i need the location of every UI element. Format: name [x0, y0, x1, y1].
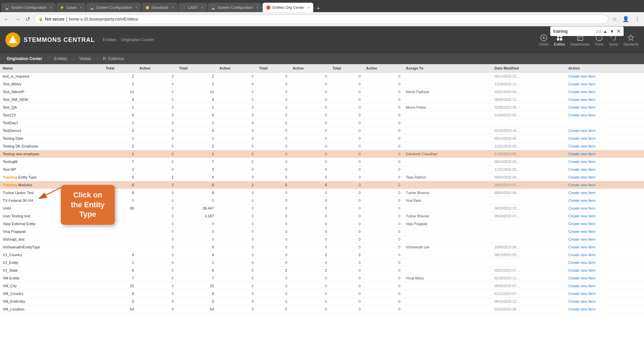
- action-cell[interactable]: Create new Item: [566, 298, 644, 305]
- action-cell[interactable]: Create new Item: [566, 96, 644, 104]
- table-row[interactable]: VM_EntEntity5050000008/16/2018 12:...Cre…: [0, 298, 644, 305]
- menu-button[interactable]: ⋮: [633, 15, 641, 24]
- action-cell[interactable]: Create new Item: [566, 104, 644, 111]
- entity-name-cell[interactable]: Test_Mistry: [0, 80, 103, 88]
- table-row[interactable]: Test1239090000001/09/2019 03:...Create n…: [0, 111, 644, 119]
- action-cell[interactable]: Create new Item: [566, 251, 644, 259]
- new-tab-button[interactable]: +: [314, 5, 323, 12]
- table-row[interactable]: TestDay100000000: [0, 119, 644, 127]
- action-cell[interactable]: [566, 119, 644, 127]
- tab-close-6[interactable]: ✕: [256, 6, 259, 9]
- table-row[interactable]: Viraj Prajapati0000000Create new Item: [0, 228, 644, 236]
- tab-close-5[interactable]: ✕: [201, 6, 204, 9]
- entity-name-cell[interactable]: Viraj Prajapati: [0, 228, 103, 236]
- action-cell[interactable]: Create new Item: [566, 189, 644, 197]
- action-cell[interactable]: Create new Item: [566, 212, 644, 220]
- table-row[interactable]: Testing Date1010000009/14/2018 06:...Cre…: [0, 135, 644, 142]
- table-row[interactable]: Test_Mistry2020000011/29/2018 11:...Crea…: [0, 80, 644, 88]
- tab-close-7[interactable]: ✕: [307, 6, 310, 9]
- search-close-button[interactable]: ✕: [616, 28, 621, 34]
- action-cell[interactable]: Create new Item: [566, 220, 644, 228]
- entity-name-cell[interactable]: test_is_required: [0, 73, 103, 80]
- tab-close-1[interactable]: ✕: [50, 6, 52, 9]
- entity-name-cell[interactable]: Test123: [0, 111, 103, 119]
- table-row[interactable]: TestingM7070000008/23/2018 09:...Create …: [0, 158, 644, 166]
- action-cell[interactable]: Create new Item: [566, 166, 644, 173]
- reload-button[interactable]: ↺: [24, 15, 31, 24]
- action-cell[interactable]: Create new Item: [566, 181, 644, 189]
- table-row[interactable]: VishwanathIEntityType0900000Vishwanath I…: [0, 243, 644, 251]
- nav-standards[interactable]: Standards: [623, 34, 639, 46]
- search-input[interactable]: [553, 29, 594, 34]
- entity-name-cell[interactable]: Test_QA: [0, 104, 103, 111]
- entity-name-cell[interactable]: TestDemo1: [0, 127, 103, 135]
- profile-button[interactable]: 👤: [621, 15, 630, 24]
- sub-nav-r-externos[interactable]: R. Externos: [102, 56, 126, 61]
- action-cell[interactable]: Create new Item: [566, 197, 644, 205]
- table-row[interactable]: Vishvajit_test0000000Create new Item: [0, 236, 644, 243]
- action-cell[interactable]: Create new Item: [566, 274, 644, 282]
- action-cell[interactable]: Create new Item: [566, 228, 644, 236]
- entity-name-cell[interactable]: VM Entitie: [0, 274, 103, 282]
- tab-close-2[interactable]: ✕: [80, 6, 82, 9]
- breadcrumb-entities[interactable]: Entities: [103, 37, 116, 42]
- action-cell[interactable]: Create new Item: [566, 135, 644, 142]
- entity-name-cell[interactable]: TestDay1: [0, 119, 103, 127]
- action-cell[interactable]: Create new Item: [566, 282, 644, 290]
- action-cell[interactable]: Create new Item: [566, 142, 644, 150]
- table-row[interactable]: VM_Country9090000001/11/2019 07:...Creat…: [0, 290, 644, 298]
- tab-cast[interactable]: ✖️ CAST ✕: [178, 3, 207, 12]
- search-next-button[interactable]: ▼: [610, 29, 614, 34]
- entity-name-cell[interactable]: VM_Country: [0, 290, 103, 298]
- table-row[interactable]: VJ_Entity00000000Create new Item: [0, 259, 644, 267]
- action-cell[interactable]: Create new Item: [566, 150, 644, 158]
- tab-entities-org-center[interactable]: 🔴 Entities Org Center ✕: [263, 3, 313, 12]
- entity-name-cell[interactable]: Training Entity Type: [0, 173, 103, 181]
- entity-name-cell[interactable]: Testing Date: [0, 135, 103, 142]
- tab-cases[interactable]: ⚡ Cases ✕: [56, 3, 86, 12]
- entity-name-cell[interactable]: TestingM: [0, 158, 103, 166]
- table-row[interactable]: Training Entity Type51600000Tejas Rathod…: [0, 173, 644, 181]
- action-cell[interactable]: Create new Item: [566, 267, 644, 274]
- entity-name-cell[interactable]: VM_EntEntity: [0, 298, 103, 305]
- table-row[interactable]: Testing DK Employee2020000011/21/2018 03…: [0, 142, 644, 150]
- table-row[interactable]: VJ_State6060220003/12/2019 07:...Create …: [0, 267, 644, 274]
- action-cell[interactable]: Create new Item: [566, 243, 644, 251]
- entity-name-cell[interactable]: VM_City: [0, 282, 103, 290]
- tab-system-config-3[interactable]: 🖥️ System Configuration ✕: [208, 3, 262, 12]
- entity-name-cell[interactable]: VJ_Entity: [0, 259, 103, 267]
- tab-system-config-1[interactable]: 🖥️ System Configuration ✕: [1, 3, 56, 12]
- entity-name-cell[interactable]: VJ_State: [0, 267, 103, 274]
- sub-nav-origination-center[interactable]: Origination Center: [5, 56, 44, 61]
- sub-nav-entities[interactable]: Entities: [53, 56, 69, 61]
- entity-name-cell[interactable]: Testing DK Employee: [0, 142, 103, 150]
- action-cell[interactable]: Create new Item: [566, 80, 644, 88]
- entity-name-cell[interactable]: Test-NP: [0, 166, 103, 173]
- entity-name-cell[interactable]: Vishvajit_test: [0, 236, 103, 243]
- action-cell[interactable]: Create new Item: [566, 73, 644, 80]
- action-cell[interactable]: Create new Item: [566, 88, 644, 96]
- action-cell[interactable]: Create new Item: [566, 205, 644, 212]
- action-cell[interactable]: Create new Item: [566, 290, 644, 298]
- table-row[interactable]: VM Entitie70700000Vimal Mistry02/28/2019…: [0, 274, 644, 282]
- action-cell[interactable]: Create new Item: [566, 158, 644, 166]
- action-cell[interactable]: Create new Item: [566, 236, 644, 243]
- action-cell[interactable]: Create new Item: [566, 259, 644, 267]
- entity-name-cell[interactable]: Test_NileshP: [0, 88, 103, 96]
- forward-button[interactable]: →: [14, 15, 22, 24]
- table-row[interactable]: Test_NileshP1101100000Nilesh Padhiyar03/…: [0, 88, 644, 96]
- nav-cases[interactable]: Cases: [539, 34, 548, 46]
- address-bar[interactable]: 🔒 Not secure | home-s-20.boxerproperty.c…: [34, 15, 608, 24]
- entity-name-cell[interactable]: Test_NM_NEW: [0, 96, 103, 104]
- entity-name-cell[interactable]: VishwanathIEntityType: [0, 243, 103, 251]
- entity-name-cell[interactable]: Testing new employee: [0, 150, 103, 158]
- table-row[interactable]: VJ_Country4040022004/15/2019 05:...Creat…: [0, 251, 644, 259]
- tab-close-3[interactable]: ✕: [135, 6, 138, 9]
- back-button[interactable]: ←: [3, 15, 11, 24]
- action-cell[interactable]: Create new Item: [566, 127, 644, 135]
- tab-standards[interactable]: ⭐ Standards ✕: [142, 3, 178, 12]
- action-cell[interactable]: Create new Item: [566, 173, 644, 181]
- table-row[interactable]: VM_City150150000009/06/2018 07:...Create…: [0, 282, 644, 290]
- action-cell[interactable]: Create new Item: [566, 305, 644, 313]
- sub-nav-visitas[interactable]: Visitas: [78, 56, 92, 61]
